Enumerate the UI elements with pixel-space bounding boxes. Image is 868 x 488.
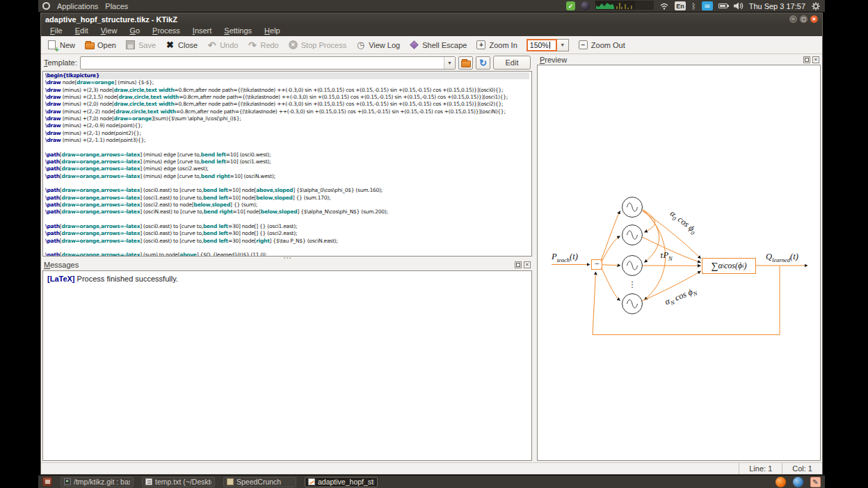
code-line[interactable]: \draw (minus) +(2,3) node[draw,circle,te… <box>45 87 529 94</box>
places-menu[interactable]: Places <box>105 2 128 10</box>
code-line[interactable]: \path[draw=orange,arrows=-latex] (osci2.… <box>45 202 529 209</box>
code-line[interactable] <box>45 180 529 187</box>
close-file-button[interactable]: ✖Close <box>165 40 198 50</box>
float-dock-icon[interactable] <box>515 261 522 268</box>
code-line[interactable]: \path[draw=orange,arrows=-latex] (minus)… <box>45 165 529 172</box>
stop-process-button[interactable]: ✕Stop Process <box>288 40 346 50</box>
template-reload-button[interactable]: ↻ <box>476 56 490 70</box>
template-dropdown-arrow[interactable]: ▼ <box>444 57 455 69</box>
save-button[interactable]: Save <box>125 40 156 50</box>
menu-item-file[interactable]: File <box>44 26 69 35</box>
redo-icon: ↷ <box>247 40 257 50</box>
taskbar-item-label: SpeedCrunch <box>236 478 281 486</box>
code-line[interactable]: \draw node[draw=orange] (minus) {$-$}; <box>45 79 529 86</box>
template-edit-button[interactable]: Edit <box>493 56 531 70</box>
code-line[interactable]: \draw (minus) +(2,0) node[draw,circle,te… <box>45 101 529 108</box>
menu-item-settings[interactable]: Settings <box>218 26 258 35</box>
zoom-out-button[interactable]: −Zoom Out <box>578 40 625 50</box>
code-line[interactable]: \draw (minus) +(7,0) node[draw=orange](s… <box>45 115 529 122</box>
session-gear-icon[interactable] <box>811 1 821 10</box>
code-line[interactable]: \draw (minus) +(2,-2) node[draw,circle,t… <box>45 108 529 115</box>
window-title: adaptive_hopf_structure.tikz - KTikZ <box>45 15 177 24</box>
menu-item-process[interactable]: Process <box>146 26 186 35</box>
clock[interactable]: Thu Sep 3 17:57 <box>749 2 805 10</box>
top-panel: Applications Places ✓ <box>38 0 825 12</box>
menu-item-view[interactable]: View <box>95 26 124 35</box>
code-line[interactable] <box>45 245 529 252</box>
code-line[interactable]: \draw (minus) +(2,-0.9) node(point){}; <box>45 122 529 129</box>
firefox-icon[interactable] <box>775 477 786 487</box>
titlebar[interactable]: adaptive_hopf_structure.tikz - KTikZ − ▢… <box>41 13 822 25</box>
code-line[interactable]: \path[draw=orange,arrows=-latex] (osci0.… <box>45 230 529 237</box>
view-log-button[interactable]: ◷View Log <box>355 40 400 50</box>
float-dock-icon[interactable] <box>803 56 810 63</box>
menu-item-go[interactable]: Go <box>123 26 146 35</box>
terminal-icon <box>64 478 71 485</box>
speedcrunch-icon <box>227 478 234 485</box>
preview-canvas[interactable]: Pteach(t) Qlearned(t) ∑ αi cos(ϕi) − τPN… <box>537 65 821 461</box>
preview-dock-header: Preview ✕ <box>537 54 822 65</box>
new-button[interactable]: New <box>47 40 75 50</box>
code-line[interactable]: \begin{tikzpicture} <box>45 72 529 79</box>
keyboard-layout-indicator[interactable]: En <box>675 1 686 10</box>
indicator-sphere-icon[interactable] <box>581 1 590 10</box>
update-ok-icon[interactable]: ✓ <box>566 1 575 10</box>
code-line[interactable]: \path[draw=orange,arrows=-latex] (osciN.… <box>45 209 529 215</box>
taskbar-item-text-editor[interactable]: temp.txt (~/Desktop... <box>142 477 215 487</box>
close-dock-icon[interactable]: ✕ <box>524 261 531 268</box>
taskbar-item-ktikz[interactable]: adaptive_hopf_struc... <box>305 477 378 487</box>
code-line[interactable]: \path[draw=orange,arrows=-latex] (osci0.… <box>45 223 529 230</box>
template-open-button[interactable] <box>458 56 473 70</box>
zoom-out-icon: − <box>579 40 588 49</box>
system-monitor-applet[interactable] <box>595 1 654 11</box>
template-combobox[interactable]: ▼ <box>80 56 456 70</box>
redo-button[interactable]: ↷Redo <box>247 40 278 50</box>
maximize-button[interactable]: ▢ <box>800 15 807 23</box>
wifi-icon[interactable] <box>659 1 669 10</box>
code-line[interactable]: \path[draw=orange,arrows=-latex] (osci1.… <box>45 195 529 202</box>
menu-item-insert[interactable]: Insert <box>186 26 218 35</box>
globe-icon[interactable] <box>793 477 803 487</box>
code-line[interactable]: \path[draw=orange,arrows=-latex] (osci0.… <box>45 238 529 245</box>
battery-icon[interactable] <box>718 1 728 10</box>
label-q-learned: Qlearned(t) <box>766 252 798 263</box>
status-col: Col: 1 <box>782 463 822 474</box>
menu-item-edit[interactable]: Edit <box>69 26 95 35</box>
zoom-level-combo[interactable]: 150% ▼ <box>527 39 569 51</box>
code-line[interactable]: \path[draw=orange,arrows=-latex] (osci0.… <box>45 187 529 194</box>
mail-icon[interactable]: ✉ <box>702 1 713 10</box>
code-line[interactable]: \path[draw=orange,arrows=-latex] (minus)… <box>45 152 529 158</box>
distro-logo-icon[interactable] <box>42 2 50 10</box>
taskbar-window-list: /tmp/ktikz.git : bash ...temp.txt (~/Des… <box>61 477 378 487</box>
code-line[interactable] <box>45 216 529 223</box>
close-dock-icon[interactable]: ✕ <box>812 56 819 63</box>
messages-output[interactable]: [LaTeX] Process finished successfully. <box>42 270 532 462</box>
menu-item-help[interactable]: Help <box>258 26 287 35</box>
reload-icon: ↻ <box>479 58 487 68</box>
window-list-icon[interactable] <box>42 477 52 487</box>
minimize-button[interactable]: − <box>789 15 797 23</box>
label-p-teach: Pteach(t) <box>552 252 578 263</box>
close-button[interactable]: ✕ <box>810 15 818 23</box>
code-line[interactable]: \draw (minus) +(2,1.5) node[draw,circle,… <box>45 94 529 101</box>
code-line[interactable]: \path[draw=orange,arrows=-latex] (minus)… <box>45 158 529 165</box>
undo-button[interactable]: ↶Undo <box>207 40 238 50</box>
open-button[interactable]: Open <box>84 40 116 50</box>
code-editor[interactable]: \begin{tikzpicture}\draw node[draw=orang… <box>42 71 532 257</box>
applications-menu[interactable]: Applications <box>57 2 98 10</box>
taskbar-item-speedcrunch[interactable]: SpeedCrunch <box>223 477 296 487</box>
code-line[interactable]: \draw (minus) +(2,-1) node(point2){}; <box>45 130 529 137</box>
save-icon <box>126 40 135 49</box>
taskbar-item-terminal[interactable]: /tmp/ktikz.git : bash ... <box>61 477 134 487</box>
code-line[interactable] <box>45 144 529 151</box>
shell-escape-button[interactable]: Shell Escape <box>409 40 467 50</box>
code-line[interactable]: \draw (minus) +(2,-1.1) node(point3){}; <box>45 137 529 144</box>
bluetooth-icon[interactable]: ᛒ <box>691 1 696 10</box>
ktikz-tray-icon[interactable]: ✎ <box>810 477 821 487</box>
folder-icon <box>461 60 471 67</box>
code-line[interactable]: \path[draw=orange,arrows=-latex] (minus)… <box>45 173 529 180</box>
zoom-in-button[interactable]: +Zoom In <box>476 40 517 50</box>
ktikz-window: adaptive_hopf_structure.tikz - KTikZ − ▢… <box>40 13 823 475</box>
zoom-dropdown-arrow[interactable]: ▼ <box>557 39 569 51</box>
volume-icon[interactable] <box>733 1 744 10</box>
